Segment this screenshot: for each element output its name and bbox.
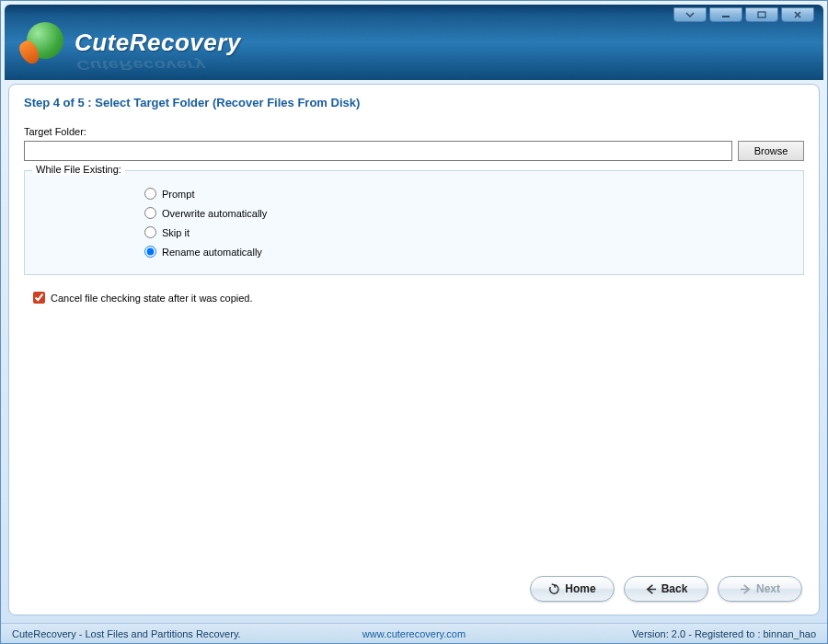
titlebar: CuteRecovery CuteRecovery: [5, 5, 823, 80]
radio-rename-input[interactable]: [144, 246, 156, 258]
radio-skip-input[interactable]: [144, 226, 156, 238]
window-controls: [671, 7, 814, 22]
step-title: Step 4 of 5 : Select Target Folder (Reco…: [24, 96, 804, 109]
radio-prompt-label: Prompt: [162, 189, 194, 200]
minimize-icon: [721, 11, 730, 18]
back-label: Back: [661, 582, 688, 595]
radio-skip[interactable]: Skip it: [144, 226, 794, 238]
radio-rename-label: Rename automatically: [162, 247, 262, 258]
close-icon: [793, 11, 802, 18]
arrow-left-icon: [645, 583, 657, 595]
logo-reflection: CuteRecovery: [76, 57, 206, 72]
dropdown-button[interactable]: [673, 7, 707, 22]
target-folder-row: Browse: [24, 141, 804, 161]
file-existing-legend: While File Existing:: [32, 164, 125, 175]
cancel-checking-checkbox[interactable]: [33, 292, 45, 304]
radio-overwrite[interactable]: Overwrite automatically: [144, 207, 794, 219]
radio-rename[interactable]: Rename automatically: [144, 246, 794, 258]
radio-skip-label: Skip it: [162, 227, 190, 238]
cancel-checking-label: Cancel file checking state after it was …: [51, 293, 253, 304]
chevron-down-icon: [685, 11, 695, 18]
back-button[interactable]: Back: [624, 576, 708, 602]
radio-prompt[interactable]: Prompt: [144, 188, 794, 200]
maximize-button[interactable]: [745, 7, 778, 22]
cancel-checking-row[interactable]: Cancel file checking state after it was …: [33, 292, 804, 304]
radio-prompt-input[interactable]: [144, 188, 156, 200]
target-folder-input[interactable]: [24, 141, 732, 161]
footer-link[interactable]: www.cuterecovery.com: [362, 628, 466, 639]
refresh-icon: [548, 583, 560, 595]
footer-left: CuteRecovery - Lost Files and Partitions…: [12, 628, 241, 639]
window-frame: CuteRecovery CuteRecovery Step 4 of 5 : …: [0, 0, 828, 644]
browse-button[interactable]: Browse: [738, 141, 804, 161]
nav-buttons: Home Back Next: [530, 576, 802, 602]
minimize-button[interactable]: [709, 7, 742, 22]
file-existing-fieldset: While File Existing: Prompt Overwrite au…: [24, 170, 804, 275]
content-panel: Step 4 of 5 : Select Target Folder (Reco…: [8, 84, 820, 615]
next-button[interactable]: Next: [718, 576, 802, 602]
radio-overwrite-input[interactable]: [144, 207, 156, 219]
app-logo-icon: [23, 20, 67, 64]
footer-right: Version: 2.0 - Registered to : binnan_ha…: [632, 628, 816, 639]
maximize-icon: [757, 11, 766, 18]
home-label: Home: [565, 582, 595, 595]
arrow-right-icon: [740, 583, 752, 595]
target-folder-label: Target Folder:: [24, 126, 804, 137]
home-button[interactable]: Home: [530, 576, 615, 602]
radio-overwrite-label: Overwrite automatically: [162, 208, 267, 219]
footer: CuteRecovery - Lost Files and Partitions…: [1, 623, 827, 643]
app-name: CuteRecovery: [75, 29, 241, 57]
svg-rect-1: [758, 12, 765, 17]
svg-rect-0: [722, 16, 730, 17]
close-button[interactable]: [781, 7, 814, 22]
next-label: Next: [756, 582, 780, 595]
